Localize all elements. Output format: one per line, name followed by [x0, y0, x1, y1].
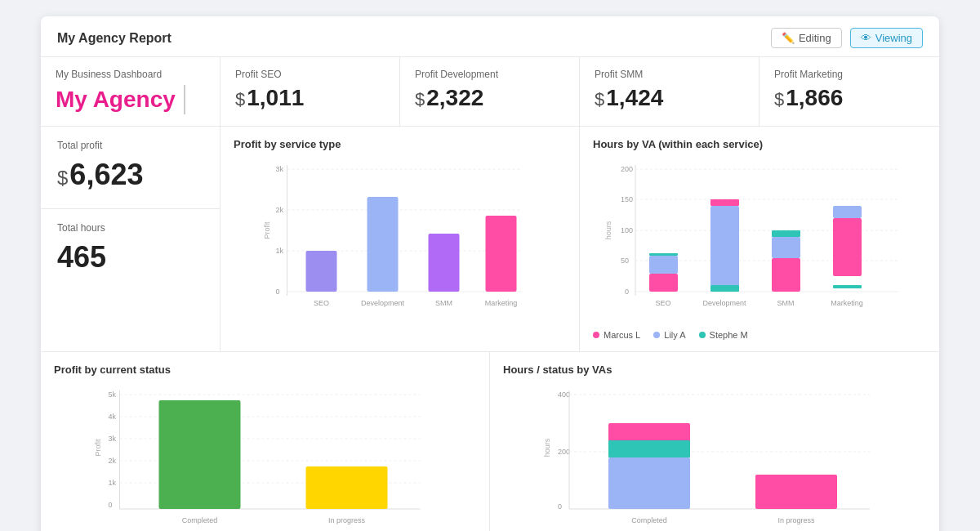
svg-text:SMM: SMM [435, 299, 452, 307]
editing-button[interactable]: ✏️ Editing [771, 28, 842, 48]
report-title: My Agency Report [57, 31, 172, 46]
svg-text:Profit: Profit [94, 439, 102, 457]
svg-text:In progress: In progress [328, 516, 366, 524]
hours-status-title: Hours / status by VAs [503, 364, 926, 376]
svg-text:Profit: Profit [263, 221, 271, 239]
profit-marketing-label: Profit Marketing [774, 69, 924, 80]
metric-profit-seo: Profit SEO $1,011 [220, 57, 400, 126]
top-metrics-row: My Business Dashboard My Agency Profit S… [41, 57, 939, 127]
marcus-dot [593, 332, 599, 338]
svg-text:SMM: SMM [777, 299, 795, 307]
svg-text:3k: 3k [109, 435, 117, 443]
svg-text:1k: 1k [276, 247, 284, 255]
svg-text:In progress: In progress [777, 516, 815, 524]
svg-text:150: 150 [621, 195, 633, 203]
profit-by-service-panel: Profit by service type 3k 2k 1k 0 [220, 127, 580, 351]
svg-rect-33 [710, 199, 739, 206]
svg-rect-37 [772, 237, 800, 258]
total-hours-value: 465 [57, 240, 203, 274]
edit-icon: ✏️ [782, 32, 795, 44]
svg-rect-31 [649, 253, 678, 256]
svg-text:50: 50 [621, 257, 629, 265]
svg-text:5k: 5k [109, 390, 117, 399]
main-content: Total profit $6,623 Total hours 465 Prof… [41, 127, 939, 352]
metric-profit-marketing: Profit Marketing $1,866 [760, 57, 939, 126]
svg-rect-38 [772, 230, 800, 237]
hours-va-legend: Marcus L Lily A Stephe M [593, 330, 926, 340]
svg-rect-36 [772, 258, 800, 292]
svg-text:2k: 2k [109, 457, 117, 465]
svg-text:3k: 3k [276, 165, 284, 173]
svg-text:Completed: Completed [631, 516, 667, 524]
svg-rect-41 [833, 285, 862, 288]
svg-text:Completed: Completed [182, 516, 218, 524]
profit-dev-label: Profit Development [415, 69, 564, 80]
legend-marcus: Marcus L [593, 330, 640, 340]
left-stats-panel: Total profit $6,623 Total hours 465 [41, 127, 220, 351]
svg-rect-39 [833, 218, 862, 276]
svg-text:hours: hours [604, 221, 612, 239]
svg-rect-35 [710, 285, 739, 292]
profit-by-service-chart: 3k 2k 1k 0 [234, 157, 566, 324]
profit-by-service-title: Profit by service type [234, 138, 566, 150]
metric-dashboard: My Business Dashboard My Agency [41, 57, 220, 126]
total-profit-block: Total profit $6,623 [41, 127, 220, 209]
svg-text:Development: Development [361, 299, 405, 307]
svg-rect-32 [710, 206, 739, 292]
metric-profit-smm: Profit SMM $1,424 [580, 57, 760, 126]
svg-text:1k: 1k [109, 479, 117, 487]
svg-rect-29 [649, 274, 678, 292]
svg-text:0: 0 [625, 288, 629, 296]
viewing-button[interactable]: 👁 Viewing [850, 28, 923, 48]
stephe-dot [699, 332, 706, 338]
svg-text:200: 200 [558, 448, 570, 456]
svg-rect-75 [755, 475, 837, 509]
svg-rect-60 [159, 400, 241, 509]
svg-text:400: 400 [558, 390, 570, 399]
svg-text:Development: Development [702, 299, 746, 307]
dashboard-container: My Agency Report ✏️ Editing 👁 Viewing My… [41, 16, 939, 531]
hours-status-by-va-panel: Hours / status by VAs 400 200 0 [490, 352, 939, 531]
svg-text:4k: 4k [109, 413, 117, 421]
svg-rect-61 [306, 466, 388, 509]
eye-icon: 👁 [861, 32, 871, 44]
svg-text:0: 0 [558, 502, 562, 511]
svg-text:Marketing: Marketing [485, 299, 518, 307]
total-hours-label: Total hours [57, 222, 203, 234]
profit-smm-label: Profit SMM [595, 69, 744, 80]
total-hours-block: Total hours 465 [41, 209, 220, 291]
dashboard-label: My Business Dashboard [56, 69, 205, 80]
svg-text:SEO: SEO [655, 299, 670, 307]
svg-text:200: 200 [621, 165, 633, 173]
svg-rect-72 [608, 457, 690, 509]
profit-marketing-value: $1,866 [774, 85, 924, 111]
svg-rect-40 [833, 206, 862, 218]
agency-divider [184, 85, 185, 114]
svg-text:0: 0 [109, 501, 113, 509]
svg-text:2k: 2k [276, 206, 284, 214]
profit-by-status-title: Profit by current status [54, 364, 476, 376]
header-actions: ✏️ Editing 👁 Viewing [771, 28, 923, 48]
lily-dot [653, 332, 660, 338]
legend-lily: Lily A [653, 330, 685, 340]
profit-seo-value: $1,011 [235, 85, 385, 111]
report-header: My Agency Report ✏️ Editing 👁 Viewing [41, 16, 939, 57]
agency-name: My Agency [56, 85, 205, 114]
bottom-section: Profit by current status 5k 4k 3k 2k 1k … [41, 352, 939, 531]
svg-rect-9 [306, 251, 337, 292]
svg-rect-10 [368, 197, 399, 292]
total-profit-value: $6,623 [57, 158, 203, 192]
svg-text:SEO: SEO [314, 299, 329, 307]
svg-text:100: 100 [621, 226, 633, 234]
profit-dev-value: $2,322 [415, 85, 564, 111]
svg-text:0: 0 [276, 288, 280, 296]
profit-smm-value: $1,424 [595, 85, 744, 111]
profit-seo-label: Profit SEO [235, 69, 385, 80]
legend-stephe: Stephe M [699, 330, 748, 340]
svg-text:hours: hours [543, 438, 551, 457]
total-profit-label: Total profit [57, 140, 203, 151]
hours-by-va-chart: 200 150 100 50 0 [593, 157, 926, 340]
hours-status-chart: 400 200 0 [503, 382, 926, 531]
hours-by-va-title: Hours by VA (within each service) [593, 138, 926, 150]
svg-rect-74 [608, 440, 690, 457]
